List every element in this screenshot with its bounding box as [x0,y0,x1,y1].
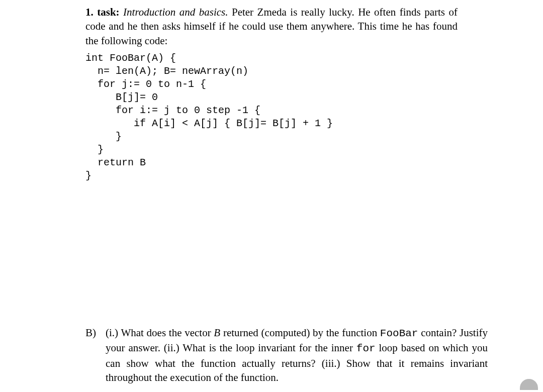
subpart-i-text: What does the vector [121,327,214,339]
code-line: } [85,144,104,155]
code-line: } [85,170,92,181]
code-line: for j:= 0 to n-1 { [85,78,206,90]
variable-B: B [214,327,220,339]
code-line: n= len(A); B= newArray(n) [85,65,248,77]
page-corner-decoration [520,379,538,390]
task-number: 1. task: [85,6,120,18]
subpart-ii-text: What is the loop invariant for the inner [183,342,356,354]
code-line: B[j]= 0 [85,91,158,103]
code-line: for i:= j to 0 step -1 { [85,105,260,116]
task-title: Introduction and basics. [123,6,228,18]
code-line: if A[i] < A[j] { B[j]= B[j] + 1 } [85,118,333,129]
subpart-i-text: returned (computed) by the function [223,327,380,339]
part-b-label: B) [85,326,106,384]
function-name: FooBar [380,328,418,339]
part-b-container: B) (i.) What does the vector B returned … [85,326,523,384]
code-line: } [85,131,122,142]
keyword-for: for [356,343,376,354]
task-intro-paragraph: 1. task: Introduction and basics. Peter … [85,5,523,48]
subpart-ii-label: (ii.) [164,342,179,354]
code-line: return B [85,157,146,168]
part-b-content: (i.) What does the vector B returned (co… [106,326,488,384]
subpart-i-label: (i.) [106,327,118,339]
code-line: int FooBar(A) { [85,52,176,64]
blank-gap [85,187,523,326]
code-block: int FooBar(A) { n= len(A); B= newArray(n… [85,52,523,182]
subpart-iii-label: (iii.) [322,357,340,369]
